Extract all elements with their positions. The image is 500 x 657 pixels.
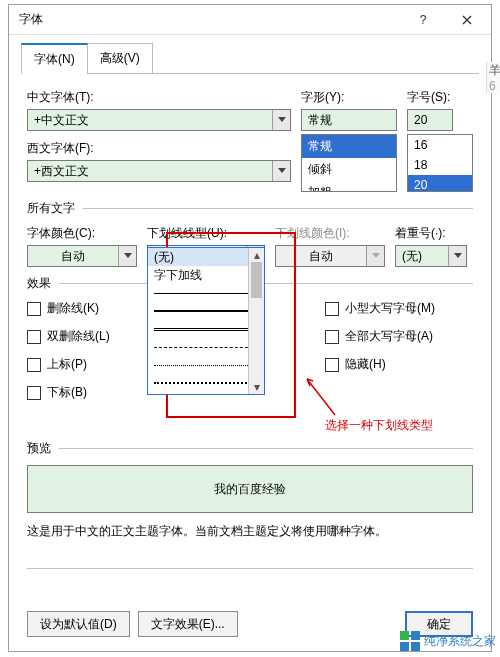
- style-value: 常规: [302, 112, 396, 129]
- size-label: 字号(S):: [407, 89, 473, 106]
- dialog-body: 中文字体(T): +中文正文 西文字体(F): +西文正文 字形(Y): 常规 …: [9, 75, 491, 587]
- scroll-thumb[interactable]: [251, 262, 262, 298]
- underline-option-none[interactable]: (无): [148, 248, 264, 266]
- underline-style-label: 下划线线型(U):: [147, 225, 265, 242]
- preview-text: 我的百度经验: [214, 481, 286, 498]
- underline-option-single[interactable]: [148, 284, 264, 302]
- preview-note: 这是用于中文的正文主题字体。当前文档主题定义将使用哪种字体。: [27, 523, 473, 540]
- underline-option-double[interactable]: [148, 320, 264, 338]
- underline-style-droplist[interactable]: (无) 字下加线 ▴ ▾: [147, 247, 265, 395]
- style-listbox[interactable]: 常规 倾斜 加粗: [301, 134, 397, 192]
- window-title: 字体: [19, 11, 401, 28]
- tab-font-label: 字体(N): [34, 52, 75, 66]
- cjk-font-value: +中文正文: [28, 112, 272, 129]
- underline-option-wordsonly[interactable]: 字下加线: [148, 266, 264, 284]
- underline-option-dotted-heavy[interactable]: [148, 374, 264, 392]
- tab-font[interactable]: 字体(N): [21, 43, 88, 74]
- size-option-16[interactable]: 16: [408, 135, 472, 155]
- strike-label: 删除线(K): [47, 300, 99, 317]
- close-button[interactable]: [445, 6, 489, 34]
- size-option-20[interactable]: 20: [408, 175, 472, 192]
- hidden-checkbox[interactable]: [325, 358, 339, 372]
- set-default-button[interactable]: 设为默认值(D): [27, 611, 130, 637]
- underline-option-dashed[interactable]: [148, 338, 264, 356]
- preview-box: 我的百度经验: [27, 465, 473, 513]
- hidden-label: 隐藏(H): [345, 356, 386, 373]
- chevron-down-icon: [272, 161, 290, 181]
- emphasis-value: (无): [396, 248, 448, 265]
- smallcaps-checkbox[interactable]: [325, 302, 339, 316]
- preview-legend: 预览: [27, 440, 473, 457]
- style-option-italic[interactable]: 倾斜: [302, 158, 396, 181]
- question-icon: ?: [420, 13, 427, 27]
- cjk-font-label: 中文字体(T):: [27, 89, 291, 106]
- dialog-footer: 设为默认值(D) 文字效果(E)... 确定: [27, 611, 473, 637]
- sub-label: 下标(B): [47, 384, 87, 401]
- allcaps-label: 全部大写字母(A): [345, 328, 433, 345]
- font-color-label: 字体颜色(C):: [27, 225, 137, 242]
- tab-underline: [21, 73, 479, 74]
- latin-font-label: 西文字体(F):: [27, 140, 291, 157]
- titlebar: 字体 ?: [9, 5, 491, 35]
- style-label: 字形(Y):: [301, 89, 397, 106]
- tab-advanced-label: 高级(V): [100, 51, 140, 65]
- font-dialog: 字体 ? 字体(N) 高级(V) 中文字体(T): +中文正文 西文字体(F):: [8, 4, 492, 652]
- underline-color-value: 自动: [276, 248, 366, 265]
- super-checkbox[interactable]: [27, 358, 41, 372]
- chevron-down-icon: [366, 246, 384, 266]
- background-text: 羊 6: [486, 62, 500, 93]
- ok-button[interactable]: 确定: [405, 611, 473, 637]
- super-label: 上标(P): [47, 356, 87, 373]
- text-effects-button[interactable]: 文字效果(E)...: [138, 611, 238, 637]
- scroll-up-icon[interactable]: ▴: [249, 248, 264, 262]
- underline-color-label: 下划线颜色(I):: [275, 225, 385, 242]
- annotation-arrow-icon: [301, 371, 341, 421]
- dblstrike-label: 双删除线(L): [47, 328, 110, 345]
- allcaps-checkbox[interactable]: [325, 330, 339, 344]
- all-text-legend: 所有文字: [27, 200, 473, 217]
- help-button[interactable]: ?: [401, 6, 445, 34]
- underline-option-thick[interactable]: [148, 302, 264, 320]
- chevron-down-icon: [448, 246, 466, 266]
- font-color-combo[interactable]: 自动: [27, 245, 137, 267]
- strike-checkbox[interactable]: [27, 302, 41, 316]
- latin-font-value: +西文正文: [28, 163, 272, 180]
- tab-bar: 字体(N) 高级(V): [9, 35, 491, 74]
- size-listbox[interactable]: 16 18 20: [407, 134, 473, 192]
- cjk-font-combo[interactable]: +中文正文: [27, 109, 291, 131]
- scroll-down-icon[interactable]: ▾: [249, 380, 264, 394]
- style-input[interactable]: 常规: [301, 109, 397, 131]
- separator: [27, 568, 473, 569]
- smallcaps-label: 小型大写字母(M): [345, 300, 435, 317]
- chevron-down-icon: [272, 110, 290, 130]
- underline-option-dotted[interactable]: [148, 356, 264, 374]
- style-option-regular[interactable]: 常规: [302, 135, 396, 158]
- tab-advanced[interactable]: 高级(V): [87, 43, 153, 74]
- size-input[interactable]: [407, 109, 453, 131]
- size-option-18[interactable]: 18: [408, 155, 472, 175]
- chevron-down-icon: [118, 246, 136, 266]
- underline-color-combo: 自动: [275, 245, 385, 267]
- dblstrike-checkbox[interactable]: [27, 330, 41, 344]
- latin-font-combo[interactable]: +西文正文: [27, 160, 291, 182]
- emphasis-label: 着重号(·):: [395, 225, 467, 242]
- close-icon: [462, 15, 472, 25]
- style-option-bold[interactable]: 加粗: [302, 181, 396, 192]
- font-color-value: 自动: [28, 248, 118, 265]
- emphasis-combo[interactable]: (无): [395, 245, 467, 267]
- droplist-scrollbar[interactable]: ▴ ▾: [248, 248, 264, 394]
- annotation-text: 选择一种下划线类型: [27, 417, 433, 434]
- sub-checkbox[interactable]: [27, 386, 41, 400]
